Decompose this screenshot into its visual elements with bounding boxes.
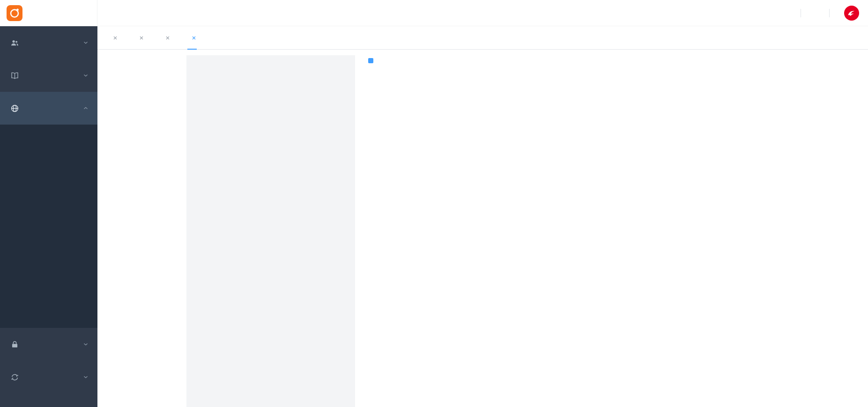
- app-window: [0, 0, 868, 407]
- tab-checkin-detail[interactable]: [161, 26, 171, 49]
- sidebar-item-users[interactable]: [0, 26, 97, 59]
- close-icon[interactable]: [112, 35, 118, 41]
- sidebar-item-mall[interactable]: [0, 328, 97, 361]
- account-avatar-icon: [844, 5, 860, 21]
- sidebar-subitem-checkin[interactable]: [0, 270, 97, 299]
- sidebar-item-interactive[interactable]: [0, 92, 97, 125]
- topbar-actions: [772, 0, 868, 26]
- chevron-down-icon: [82, 72, 89, 79]
- main-area: [97, 26, 868, 407]
- sidebar-item-marketing[interactable]: [0, 361, 97, 393]
- chevron-down-icon: [82, 39, 89, 46]
- close-icon[interactable]: [165, 35, 171, 41]
- question-list-panel: [186, 55, 355, 407]
- sidebar: [0, 26, 97, 407]
- close-icon[interactable]: [139, 35, 144, 41]
- tab-shop-overview[interactable]: [109, 26, 118, 49]
- chevron-down-icon: [82, 374, 89, 380]
- tabbar: [97, 26, 868, 50]
- sync-icon: [10, 373, 19, 382]
- app-logo-icon: [7, 5, 22, 21]
- brand: [0, 0, 97, 26]
- chevron-down-icon: [82, 341, 89, 348]
- tab-new-homework[interactable]: [187, 26, 197, 49]
- section-title: [368, 55, 868, 66]
- topbar: [0, 0, 868, 26]
- divider: [801, 9, 801, 17]
- sidebar-item-knowledge[interactable]: [0, 59, 97, 92]
- globe-icon: [10, 104, 19, 113]
- tab-checkin[interactable]: [135, 26, 144, 49]
- account-menu[interactable]: [830, 5, 868, 21]
- sidebar-subitem-qa[interactable]: [0, 183, 97, 212]
- chevron-up-icon: [82, 105, 89, 111]
- sidebar-subitem-activity[interactable]: [0, 154, 97, 183]
- questions-field-label: [97, 55, 186, 407]
- close-icon[interactable]: [191, 35, 197, 41]
- bullet-icon: [368, 58, 373, 63]
- sidebar-subitem-live[interactable]: [0, 212, 97, 241]
- sidebar-subitem-comment[interactable]: [0, 241, 97, 270]
- content: [97, 50, 868, 407]
- lock-icon: [10, 340, 19, 349]
- submenu-interactive: [0, 125, 97, 328]
- question-editor-area: [355, 55, 868, 407]
- question-count: [192, 60, 350, 69]
- users-icon: [10, 38, 19, 47]
- sidebar-subitem-community[interactable]: [0, 125, 97, 154]
- book-icon: [10, 71, 19, 80]
- sidebar-subitem-form[interactable]: [0, 299, 97, 328]
